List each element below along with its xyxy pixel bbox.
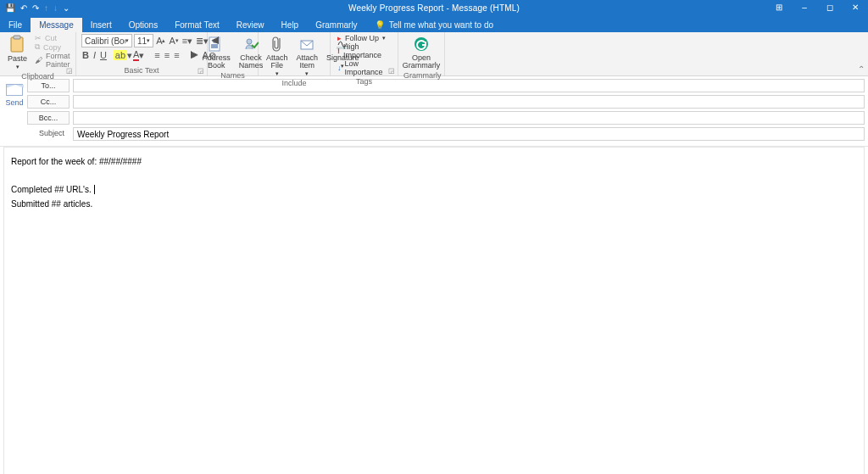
group-clipboard: Paste ▾ ✂ Cut ⧉ Copy 🖌 Format Painter Cl… [0,32,76,75]
group-grammarly: Open Grammarly Grammarly [398,32,445,75]
subject-label: Subject [27,127,70,141]
attach-item-button[interactable]: Attach Item▾ [294,34,321,78]
send-button[interactable]: Send [2,79,27,143]
format-painter-button[interactable]: 🖌 Format Painter [33,52,72,69]
to-input[interactable] [73,79,865,92]
group-names-label: Names [213,70,253,80]
collapse-ribbon-icon[interactable]: ⌃ [858,64,865,74]
cc-input[interactable] [73,95,865,109]
open-grammarly-label: Open Grammarly [403,54,441,70]
cut-button: ✂ Cut [33,34,72,42]
low-importance-button[interactable]: ↓ Low Importance [336,59,392,76]
paintbrush-icon: 🖌 [35,56,42,64]
shrink-font-icon[interactable]: A▾ [168,34,179,47]
format-painter-label: Format Painter [46,52,70,69]
group-tags: ▸ Follow Up ▾ ! High Importance ↓ Low Im… [331,32,398,75]
chevron-down-icon: ▾ [16,64,19,70]
envelope-icon [6,84,23,96]
subject-input[interactable] [73,127,865,141]
close-icon[interactable]: ✕ [843,0,868,15]
paperclip-icon [268,35,287,53]
group-include: Attach File▾ Attach Item▾ Signature▾ Inc… [259,32,331,75]
send-label: Send [5,98,23,107]
cc-button[interactable]: Cc... [27,95,70,109]
window-title: Weekly Progress Report - Message (HTML) [348,3,520,13]
align-center-icon[interactable]: ≡ [164,48,170,62]
attach-file-button[interactable]: Attach File▾ [264,34,291,78]
text-caret [92,185,95,194]
numbering-icon[interactable]: ≣▾ [195,34,209,47]
svg-rect-1 [14,36,20,39]
font-size-value: 11 [137,36,147,46]
down-arrow-icon: ↓ [337,64,342,72]
bullets-icon[interactable]: ≡▾ [181,34,193,47]
save-icon[interactable]: 💾 [5,3,15,13]
outdent-icon[interactable]: ⯇ [210,34,221,47]
grow-font-icon[interactable]: A▴ [155,34,166,47]
message-body[interactable]: Report for the week of: ##/##/#### Compl… [3,147,865,474]
italic-button[interactable]: I [92,48,97,62]
high-importance-label: High Importance [343,42,391,59]
check-names-icon [242,35,260,53]
basic-text-launcher-icon[interactable]: ◲ [198,67,204,75]
clear-formatting-icon[interactable]: A⊘ [203,48,216,62]
tell-me[interactable]: 💡 Tell me what you want to do [366,18,502,32]
attach-item-icon [298,35,316,53]
svg-point-5 [247,39,252,44]
exclamation-icon: ! [337,47,340,55]
font-family-value: Calibri (Bod [85,36,125,46]
group-basic-text: Calibri (Bod▾ 11▾ A▴ A▾ ≡▾ ≣▾ ⯇ B I U ab… [76,32,208,75]
ribbon-options-icon[interactable]: ⊞ [766,0,792,15]
underline-button[interactable]: U [99,48,108,62]
cut-label: Cut [45,34,57,42]
body-line-1: Report for the week of: ##/##/#### [11,156,857,169]
up-arrow-icon: ↑ [44,3,48,13]
tab-file[interactable]: File [0,18,31,32]
highlight-button[interactable]: ab▾ [116,48,130,62]
clipboard-icon [8,35,27,53]
indent-icon[interactable]: ⯈ [189,48,200,62]
align-left-icon[interactable]: ≡ [153,48,160,62]
tags-launcher-icon[interactable]: ◲ [388,67,395,75]
svg-rect-0 [11,37,23,52]
qat-customize-icon[interactable]: ⌄ [63,3,70,13]
tab-grammarly[interactable]: Grammarly [307,18,365,32]
tab-message[interactable]: Message [31,18,82,32]
copy-icon: ⧉ [35,42,40,52]
tab-review[interactable]: Review [228,18,273,32]
clipboard-launcher-icon[interactable]: ◲ [66,67,73,75]
high-importance-button[interactable]: ! High Importance [336,42,392,59]
maximize-icon[interactable]: ◻ [817,0,843,15]
group-clipboard-label: Clipboard [5,71,70,81]
attach-file-label: Attach File [266,54,288,70]
group-include-label: Include [264,78,325,87]
open-grammarly-button[interactable]: Open Grammarly [400,34,443,70]
low-importance-label: Low Importance [345,59,392,76]
to-button[interactable]: To... [27,79,70,92]
bcc-input[interactable] [73,111,865,125]
font-family-combo[interactable]: Calibri (Bod▾ [81,34,132,47]
minimize-icon[interactable]: – [792,0,817,15]
font-size-combo[interactable]: 11▾ [134,34,153,47]
quick-access-toolbar: 💾 ↶ ↷ ↑ ↓ ⌄ [0,3,70,13]
tab-options[interactable]: Options [120,18,166,32]
compose-header: Send To... Cc... Bcc... Subject [0,76,868,147]
down-arrow-icon: ↓ [53,3,58,13]
tab-format-text[interactable]: Format Text [166,18,228,32]
flag-icon: ▸ [337,34,342,42]
body-line-3: Submitted ## articles. [11,198,857,211]
tab-insert[interactable]: Insert [82,18,120,32]
undo-icon[interactable]: ↶ [20,3,27,13]
scissors-icon: ✂ [35,34,42,42]
align-right-icon[interactable]: ≡ [173,48,180,62]
bold-button[interactable]: B [81,48,90,62]
tab-help[interactable]: Help [273,18,308,32]
redo-icon[interactable]: ↷ [32,3,39,13]
copy-label: Copy [43,43,61,52]
follow-up-button[interactable]: ▸ Follow Up ▾ [336,34,392,42]
paste-button[interactable]: Paste ▾ [5,34,30,71]
bcc-button[interactable]: Bcc... [27,111,70,125]
tell-me-label: Tell me what you want to do [389,20,493,30]
ribbon: Paste ▾ ✂ Cut ⧉ Copy 🖌 Format Painter Cl… [0,32,868,76]
font-color-button[interactable]: A▾ [132,48,145,62]
